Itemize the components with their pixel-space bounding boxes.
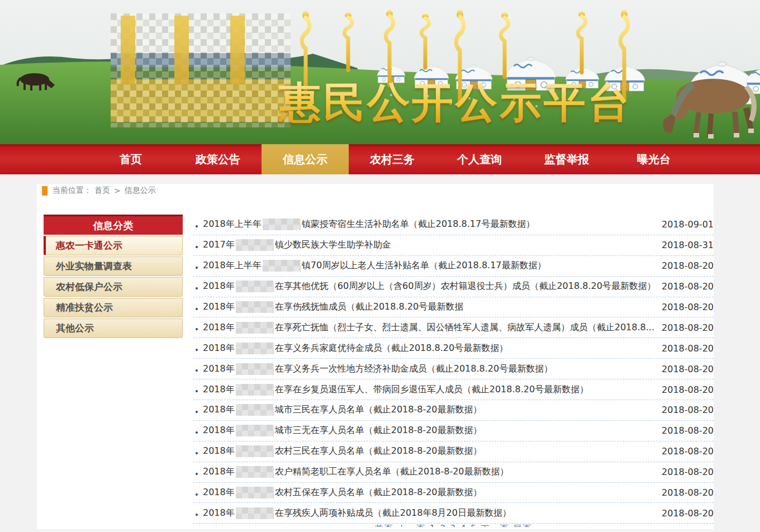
list-item[interactable]: 2018年上半年镇蒙授寄宿生生活补助名单（截止2018.8.17号最新数据） 2… — [193, 215, 714, 235]
list-item-date: 2018-08-20 — [662, 508, 714, 519]
list-item-title[interactable]: 2018年上半年镇70周岁以上老人生活补贴名单（截止2018.8.17最新数据） — [203, 260, 654, 272]
nav-tab-policy[interactable]: 政策公告 — [174, 144, 262, 174]
title-prefix: 2018年 — [203, 281, 235, 292]
list-item-title[interactable]: 2018年在享其他优抚（60周岁以上（含60周岁）农村籍退役士兵）成员（截止20… — [203, 281, 654, 292]
title-prefix: 2018年 — [203, 363, 235, 375]
list-item-date: 2018-08-20 — [662, 343, 714, 354]
sidebar-item-yikatong[interactable]: 惠农一卡通公示 — [44, 236, 183, 255]
list-item-title[interactable]: 2018年城市三无在享人员名单（截止2018-8-20最新数据） — [203, 425, 654, 436]
category-sidebar: 信息分类 惠农一卡通公示 外业实物量调查表 农村低保户公示 精准扶贫公示 其他公… — [44, 215, 183, 527]
list-item[interactable]: 2018年在享残疾人两项补贴成员（截止2018年8月20日最新数据） 2018-… — [193, 503, 714, 524]
redacted-town-name — [236, 425, 274, 436]
list-item-date: 2018-08-20 — [662, 260, 714, 271]
title-text: 在享残疾人两项补贴成员（截止2018年8月20日最新数据） — [275, 507, 511, 519]
title-text: 在享死亡抚恤（烈士子女、烈士遗属、因公牺牲军人遗属、病故军人遗属）成员（截止20… — [275, 322, 654, 334]
breadcrumb-label: 当前位置： — [53, 186, 92, 196]
nav-tab-info[interactable]: 信息公示 — [262, 144, 349, 174]
title-prefix: 2018年上半年 — [203, 218, 262, 230]
list-item[interactable]: 2018年城市三无在享人员名单（截止2018-8-20最新数据） 2018-08… — [193, 421, 714, 441]
sidebar-item-dibao[interactable]: 农村低保户公示 — [44, 277, 183, 297]
title-text: 农村三民在享人员名单（截止2018-8-20最新数据） — [275, 445, 482, 457]
list-item-title[interactable]: 2018年在享义务兵家庭优待金成员（截止2018.8.20号最新数据） — [203, 343, 654, 354]
nav-tab-home[interactable]: 首页 — [87, 144, 174, 174]
redacted-town-name — [236, 322, 274, 334]
title-prefix: 2017年 — [203, 239, 235, 251]
site-title: 惠民公开公示平台 — [279, 75, 632, 131]
main-nav: 首页 政策公告 信息公示 农村三务 个人查询 监督举报 曝光台 — [0, 144, 760, 174]
list-item[interactable]: 2018年在享其他优抚（60周岁以上（含60周岁）农村籍退役士兵）成员（截止20… — [193, 277, 714, 297]
sidebar-item-survey[interactable]: 外业实物量调查表 — [44, 256, 183, 276]
list-item-date: 2018-08-20 — [662, 302, 714, 312]
list-item[interactable]: 2018年农户精简老职工在享人员名单（截止2018-8-20最新数据） 2018… — [193, 462, 714, 483]
list-item-date: 2018-08-20 — [662, 364, 714, 374]
breadcrumb-separator: > — [114, 186, 121, 195]
bullet-icon — [196, 452, 198, 454]
list-item-title[interactable]: 2018年在享残疾人两项补贴成员（截止2018年8月20日最新数据） — [203, 507, 654, 519]
announcement-list: 2018年上半年镇蒙授寄宿生生活补助名单（截止2018.8.17号最新数据） 2… — [193, 215, 714, 527]
list-item-date: 2018-08-20 — [662, 425, 714, 436]
list-item-title[interactable]: 2018年农村五保在享人员名单（截止2018-8-20最新数据） — [203, 487, 654, 498]
nav-tab-supervise[interactable]: 监督举报 — [523, 144, 610, 174]
title-text: 镇70周岁以上老人生活补贴名单（截止2018.8.17最新数据） — [302, 260, 547, 272]
sidebar-title: 信息分类 — [44, 215, 183, 235]
list-item-title[interactable]: 2018年农户精简老职工在享人员名单（截止2018-8-20最新数据） — [203, 466, 654, 478]
title-prefix: 2018年 — [203, 487, 235, 498]
list-item-date: 2018-08-20 — [662, 405, 714, 415]
redacted-town-name — [236, 384, 274, 396]
header-banner: 惠民公开公示平台 — [0, 0, 760, 144]
list-item[interactable]: 2018年在享义务兵家庭优待金成员（截止2018.8.20号最新数据） 2018… — [193, 338, 714, 359]
list-item[interactable]: 2018年城市三民在享人员名单（截止2018-8-20最新数据） 2018-08… — [193, 400, 714, 421]
title-prefix: 2018年 — [203, 343, 235, 354]
list-item-title[interactable]: 2018年在享在乡复员退伍军人、带病回乡退伍军人成员（截止2018.8.20号最… — [203, 384, 654, 396]
redacted-town-name — [236, 404, 274, 416]
list-item-title[interactable]: 2018年上半年镇蒙授寄宿生生活补助名单（截止2018.8.17号最新数据） — [203, 218, 654, 230]
list-item[interactable]: 2017年镇少数民族大学生助学补助金 2018-08-31 — [193, 235, 714, 256]
redacted-town-name — [236, 507, 274, 519]
title-text: 在享其他优抚（60周岁以上（含60周岁）农村籍退役士兵）成员（截止2018.8.… — [275, 281, 654, 292]
bullet-icon — [196, 431, 198, 434]
list-item-date: 2018-08-20 — [662, 446, 714, 457]
bullet-icon — [196, 514, 198, 516]
list-item[interactable]: 2018年上半年镇70周岁以上老人生活补贴名单（截止2018.8.17最新数据）… — [193, 256, 714, 277]
list-item[interactable]: 2018年在享义务兵一次性地方经济补助金成员（截止2018.8.20号最新数据）… — [193, 359, 714, 379]
list-item-title[interactable]: 2018年在享义务兵一次性地方经济补助金成员（截止2018.8.20号最新数据） — [203, 363, 654, 375]
nav-tab-personal[interactable]: 个人查询 — [436, 144, 523, 174]
redacted-town-name — [236, 363, 274, 375]
title-prefix: 2018年 — [203, 507, 235, 519]
bullet-icon — [196, 369, 198, 372]
content-container: 当前位置： 首页 > 信息公示 信息分类 惠农一卡通公示 外业实物量调查表 农村… — [37, 184, 714, 529]
redacted-town-name — [263, 218, 301, 230]
title-text: 在享伤残抚恤成员（截止2018.8.20号最新数据 — [275, 301, 463, 313]
title-text: 农户精简老职工在享人员名单（截止2018-8-20最新数据） — [275, 466, 509, 478]
nav-tab-rural[interactable]: 农村三务 — [349, 144, 436, 174]
list-item-date: 2018-08-20 — [662, 281, 714, 292]
list-item[interactable]: 2018年农村三民在享人员名单（截止2018-8-20最新数据） 2018-08… — [193, 441, 714, 462]
list-item[interactable]: 2018年在享死亡抚恤（烈士子女、烈士遗属、因公牺牲军人遗属、病故军人遗属）成员… — [193, 317, 714, 338]
list-item[interactable]: 2018年在享伤残抚恤成员（截止2018.8.20号最新数据 2018-08-2… — [193, 297, 714, 318]
list-item[interactable]: 2018年农村五保在享人员名单（截止2018-8-20最新数据） 2018-08… — [193, 483, 714, 504]
redacted-script-column — [230, 16, 245, 84]
list-item-title[interactable]: 2017年镇少数民族大学生助学补助金 — [203, 239, 654, 251]
list-item[interactable]: 2018年在享在乡复员退伍军人、带病回乡退伍军人成员（截止2018.8.20号最… — [193, 379, 714, 400]
bullet-icon — [196, 411, 198, 413]
title-text: 镇少数民族大学生助学补助金 — [275, 239, 391, 251]
pagination-bar[interactable]: 首页 上一页 1 2 3 4 5 下一页 尾页 — [193, 524, 714, 527]
list-item-date: 2018-08-31 — [662, 240, 714, 250]
list-item-title[interactable]: 2018年在享死亡抚恤（烈士子女、烈士遗属、因公牺牲军人遗属、病故军人遗属）成员… — [203, 322, 654, 334]
breadcrumb-home-link[interactable]: 首页 — [94, 186, 110, 196]
redacted-town-name — [236, 445, 274, 457]
sidebar-item-fupin[interactable]: 精准扶贫公示 — [44, 298, 183, 317]
list-item-title[interactable]: 2018年城市三民在享人员名单（截止2018-8-20最新数据） — [203, 404, 654, 416]
redacted-town-name — [236, 487, 274, 498]
redacted-town-name — [236, 343, 274, 354]
redacted-script-column — [174, 16, 189, 84]
bullet-icon — [196, 267, 198, 269]
redacted-script-column — [121, 16, 135, 84]
title-text: 镇蒙授寄宿生生活补助名单（截止2018.8.17号最新数据） — [302, 218, 535, 230]
bullet-icon — [196, 246, 198, 248]
list-item-title[interactable]: 2018年农村三民在享人员名单（截止2018-8-20最新数据） — [203, 445, 654, 457]
title-prefix: 2018年 — [203, 301, 235, 313]
nav-tab-exposure[interactable]: 曝光台 — [610, 144, 697, 174]
list-item-title[interactable]: 2018年在享伤残抚恤成员（截止2018.8.20号最新数据 — [203, 301, 654, 313]
sidebar-item-other[interactable]: 其他公示 — [44, 319, 183, 338]
